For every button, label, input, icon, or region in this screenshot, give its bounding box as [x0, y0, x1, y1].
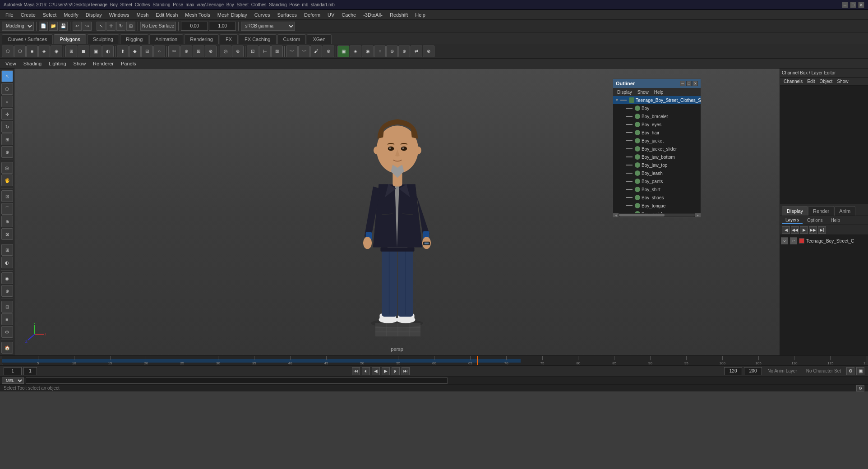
outliner-show-menu[interactable]: Show	[635, 90, 651, 95]
options-subtab[interactable]: Options	[803, 217, 826, 224]
channels-menu[interactable]: Channels	[782, 79, 804, 84]
tab-rendering[interactable]: Rendering	[184, 34, 219, 44]
value2-input[interactable]	[209, 22, 236, 31]
outliner-item[interactable]: Boy_leash	[613, 169, 701, 177]
universal-manip[interactable]: ⊕	[1, 146, 13, 158]
layer-v-btn[interactable]: V	[781, 237, 788, 244]
paint-btn[interactable]: 🖌	[310, 46, 322, 57]
menu-item-cache[interactable]: Cache	[338, 11, 360, 18]
new-file-button[interactable]: 📄	[39, 22, 48, 31]
mode-selector[interactable]: Modeling	[2, 22, 34, 31]
bridge-btn[interactable]: ⊟	[141, 46, 153, 57]
display-tab[interactable]: Display	[782, 206, 808, 216]
outliner-item[interactable]: Boy_bracelet	[613, 112, 701, 120]
edge-mode-btn[interactable]: ⬡	[14, 46, 26, 57]
move-tool-left[interactable]: ✛	[1, 108, 13, 120]
range-end1-input[interactable]	[724, 367, 742, 375]
convert-sel-btn[interactable]: ⇄	[411, 46, 422, 57]
menu-item-display[interactable]: Display	[82, 11, 106, 18]
menu-item-curves[interactable]: Curves	[251, 11, 274, 18]
layers-subtab[interactable]: Layers	[782, 216, 803, 224]
select-tool-btn[interactable]: ↖	[1, 70, 13, 82]
tab-polygons[interactable]: Polygons	[54, 34, 86, 44]
edit-menu[interactable]: Edit	[805, 79, 817, 84]
play-fwd-btn[interactable]: ▶	[382, 367, 390, 375]
view-menu-show[interactable]: Show	[70, 60, 90, 67]
object-mode-btn[interactable]: ◉	[51, 46, 62, 57]
timeline[interactable]: 1510152025303540455055606570758085909510…	[0, 355, 868, 365]
menu-item-windows[interactable]: Windows	[106, 11, 133, 18]
menu-item-edit-mesh[interactable]: Edit Mesh	[152, 11, 181, 18]
outliner-item[interactable]: Boy_jacket	[613, 137, 701, 145]
go-to-start-btn[interactable]: ⏮	[352, 367, 360, 375]
menu-item-mesh[interactable]: Mesh	[133, 11, 152, 18]
go-to-end-btn[interactable]: ⏭	[402, 367, 410, 375]
range-end2-input[interactable]	[744, 367, 762, 375]
soft-select-btn[interactable]: ◎	[220, 46, 231, 57]
outliner-item[interactable]: Boy_jaw_top	[613, 161, 701, 169]
view-menu-panels[interactable]: Panels	[117, 60, 140, 67]
ring-sel-btn[interactable]: ⊖	[386, 46, 398, 57]
no-live-surface-btn[interactable]: No Live Surface	[140, 22, 176, 31]
tab-sculpting[interactable]: Sculpting	[87, 34, 119, 44]
render-tab[interactable]: Render	[808, 206, 834, 216]
vertex-mode-btn[interactable]: ⬡	[2, 46, 14, 57]
outliner-scroll-right[interactable]: ►	[695, 213, 701, 217]
menu-item-mesh-display[interactable]: Mesh Display	[214, 11, 251, 18]
anim-tab[interactable]: Anim	[834, 206, 855, 216]
anim-extra-btn[interactable]: ▣	[856, 367, 864, 375]
channel-box-left[interactable]: ⊟	[1, 301, 13, 313]
object-menu[interactable]: Object	[818, 79, 835, 84]
crease-btn[interactable]: 〰	[286, 46, 298, 57]
loop-sel-btn[interactable]: ⊕	[398, 46, 410, 57]
snap-face-btn[interactable]: ⊠	[271, 46, 283, 57]
view-menu-renderer[interactable]: Renderer	[89, 60, 117, 67]
attribute-editor[interactable]: ≡	[1, 313, 13, 325]
merge-btn[interactable]: ⊗	[205, 46, 217, 57]
outliner-display-menu[interactable]: Display	[615, 90, 634, 95]
soft-select-left[interactable]: ◎	[1, 162, 13, 174]
outliner-scroll-left[interactable]: ◄	[613, 213, 619, 217]
menu-item-surfaces[interactable]: Surfaces	[274, 11, 300, 18]
view-menu-view[interactable]: View	[2, 60, 20, 67]
scale-tool[interactable]: ⊞	[126, 22, 135, 31]
close-button[interactable]: ✕	[858, 2, 864, 8]
home-btn[interactable]: 🏠	[1, 342, 13, 354]
layer-fwd-btn[interactable]: ▶▶	[809, 226, 817, 234]
anim-settings-btn[interactable]: ⚙	[846, 367, 854, 375]
move-tool[interactable]: ✛	[106, 22, 115, 31]
outliner-item[interactable]: Boy_shirt	[613, 185, 701, 193]
shaded-btn[interactable]: ◼	[78, 46, 89, 57]
show-menu[interactable]: Show	[835, 79, 850, 84]
outliner-item[interactable]: Boy_jacket_slider	[613, 145, 701, 153]
ipr-btn[interactable]: ⊕	[1, 285, 13, 297]
multi-cut-btn[interactable]: ✂	[168, 46, 180, 57]
uncrease-btn[interactable]: 〰	[298, 46, 310, 57]
script-type-selector[interactable]: MEL	[2, 377, 24, 384]
bevel-btn[interactable]: ◆	[129, 46, 141, 57]
timeline-ruler[interactable]: 1510152025303540455055606570758085909510…	[2, 356, 866, 365]
status-settings-btn[interactable]: ⚙	[856, 385, 864, 391]
view-menu-shading[interactable]: Shading	[20, 60, 45, 67]
outliner-item[interactable]: Boy_tongue	[613, 202, 701, 210]
minimize-button[interactable]: ─	[842, 2, 848, 8]
snap-to-point[interactable]: ⊕	[1, 216, 13, 227]
save-button[interactable]: 💾	[59, 22, 68, 31]
menu-item-create[interactable]: Create	[17, 11, 39, 18]
tab-rigging[interactable]: Rigging	[120, 34, 148, 44]
tab-xgen[interactable]: XGen	[307, 34, 331, 44]
relax-btn[interactable]: ⊛	[323, 46, 334, 57]
step-back-btn[interactable]: ⏴	[362, 367, 370, 375]
outliner-help-menu[interactable]: Help	[652, 90, 666, 95]
face-mode-btn[interactable]: ■	[26, 46, 38, 57]
open-file-button[interactable]: 📁	[49, 22, 58, 31]
select-tool[interactable]: ↖	[97, 22, 106, 31]
outliner-item[interactable]: Boy_hair	[613, 129, 701, 137]
green-highlight-btn[interactable]: ▣	[337, 46, 349, 57]
redo-button[interactable]: ↪	[83, 22, 92, 31]
view-menu-lighting[interactable]: Lighting	[45, 60, 70, 67]
paint-select-btn[interactable]: ⬡	[1, 83, 13, 95]
shrink-sel-btn[interactable]: ○	[374, 46, 386, 57]
wireframe-btn[interactable]: ⊞	[65, 46, 77, 57]
help-subtab[interactable]: Help	[827, 217, 844, 224]
